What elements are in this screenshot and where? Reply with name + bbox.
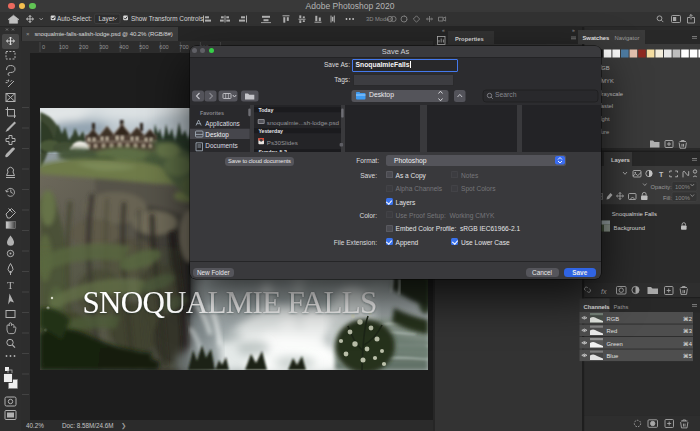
svg-text:fx: fx [601, 288, 607, 295]
svg-text:100: 100 [59, 44, 68, 50]
svg-text:Blue: Blue [607, 353, 619, 359]
svg-text:500: 500 [139, 44, 148, 50]
svg-text:RGB: RGB [607, 316, 620, 322]
svg-text:T: T [7, 279, 14, 291]
svg-text:Properties: Properties [455, 36, 484, 42]
svg-text:SNOQUALMIE FALLS: SNOQUALMIE FALLS [82, 285, 376, 320]
svg-text:T: T [659, 171, 664, 178]
svg-text:Fill:: Fill: [663, 195, 672, 201]
svg-text:600: 600 [159, 44, 168, 50]
svg-text:»: » [572, 27, 575, 33]
svg-text:⌘5: ⌘5 [683, 353, 692, 359]
svg-text:Red: Red [607, 328, 618, 334]
svg-text:Navigator: Navigator [615, 35, 640, 41]
svg-text:⌘2: ⌘2 [683, 316, 692, 322]
svg-text:⌘3: ⌘3 [683, 328, 692, 334]
svg-text:200: 200 [79, 44, 88, 50]
svg-text:0: 0 [42, 44, 45, 50]
svg-text:700: 700 [179, 44, 188, 50]
svg-text:Paths: Paths [614, 304, 629, 310]
svg-text:300: 300 [99, 44, 108, 50]
svg-text:100%: 100% [675, 184, 690, 190]
svg-text:Opacity:: Opacity: [651, 184, 673, 190]
svg-text:⌘4: ⌘4 [683, 341, 693, 347]
svg-text:«: « [442, 27, 445, 33]
svg-text:Layers: Layers [611, 157, 630, 163]
svg-text:Snoqualmie Falls: Snoqualmie Falls [612, 211, 657, 217]
svg-text:Swatches: Swatches [583, 35, 610, 41]
svg-text:400: 400 [119, 44, 128, 50]
svg-text:Channels: Channels [584, 304, 610, 310]
svg-text:Green: Green [607, 341, 623, 347]
svg-text:100%: 100% [675, 195, 690, 201]
svg-text:Background: Background [614, 225, 645, 231]
